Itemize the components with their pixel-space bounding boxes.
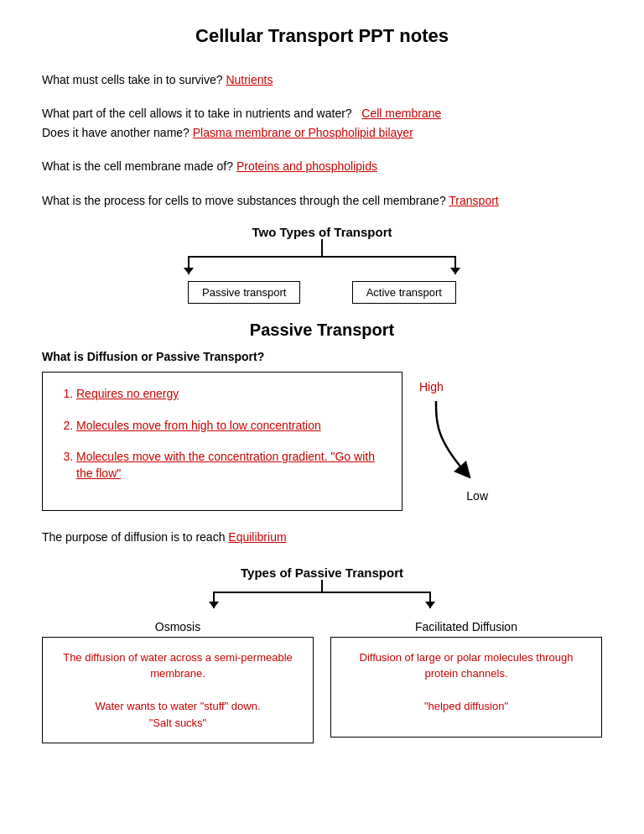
diffusion-question: What is Diffusion or Passive Transport? [42,350,602,363]
active-transport-box: Active transport [352,281,456,304]
facilitated-col: Facilitated Diffusion Diffusion of large… [330,620,602,738]
transport-tree: Two Types of Transport Passive transport… [42,225,602,304]
equilibrium-block: The purpose of diffusion is to reach Equ… [42,528,602,546]
equilibrium-answer: Equilibrium [228,530,286,544]
q2-text: What part of the cell allows it to take … [42,107,352,120]
question-1: What must cells take in to survive? Nutr… [42,70,602,89]
osmosis-label: Osmosis [155,620,200,633]
osmosis-box: The diffusion of water across a semi-per… [42,637,314,744]
q4-answer: Proteins and phospholipids [236,159,377,173]
types-header: Types of Passive Transport [42,566,602,615]
passive-transport-title: Passive Transport [42,321,602,340]
q4-text: What is the cell membrane made of? [42,159,233,173]
gradient-diagram: High Low [419,380,495,503]
diffusion-item-3: Molecules move with the concentration gr… [76,449,385,482]
page-title: Cellular Transport PPT notes [42,25,602,47]
q3-text: Does it have another name? [42,126,190,139]
diffusion-item-1: Requires no energy [76,386,385,403]
types-v-line [321,580,323,592]
diffusion-section: Requires no energy Molecules move from h… [42,372,602,511]
question-4: What is the cell membrane made of? Prote… [42,157,602,175]
gradient-low-label: Low [466,489,488,503]
transport-tree-title: Two Types of Transport [252,225,392,239]
q1-answer: Nutrients [226,73,273,86]
q5-text: What is the process for cells to move su… [42,194,446,207]
facilitated-content: Diffusion of large or polar molecules th… [360,651,574,713]
question-2-3: What part of the cell allows it to take … [42,104,602,142]
gradient-arrow-svg [419,397,495,489]
gradient-high-label: High [419,380,444,394]
facilitated-box: Diffusion of large or polar molecules th… [330,637,602,738]
osmosis-col: Osmosis The diffusion of water across a … [42,620,314,744]
osmosis-content: The diffusion of water across a semi-per… [63,651,293,729]
types-row: Osmosis The diffusion of water across a … [42,620,602,744]
diffusion-item-2: Molecules move from high to low concentr… [76,418,385,435]
q2-answer: Cell membrane [361,107,441,120]
diffusion-list: Requires no energy Molecules move from h… [60,386,385,482]
question-5: What is the process for cells to move su… [42,191,602,210]
passive-transport-box: Passive transport [188,281,300,304]
types-title: Types of Passive Transport [241,566,403,580]
diffusion-list-box: Requires no energy Molecules move from h… [42,372,402,511]
equilibrium-text: The purpose of diffusion is to reach [42,530,225,544]
types-passive-section: Types of Passive Transport Osmosis Th [42,566,602,744]
facilitated-label: Facilitated Diffusion [415,620,517,633]
tree-vertical-line [321,239,323,256]
q3-answer: Plasma membrane or Phospholipid bilayer [193,126,413,139]
q5-answer: Transport [449,194,498,207]
q1-text: What must cells take in to survive? [42,73,223,86]
